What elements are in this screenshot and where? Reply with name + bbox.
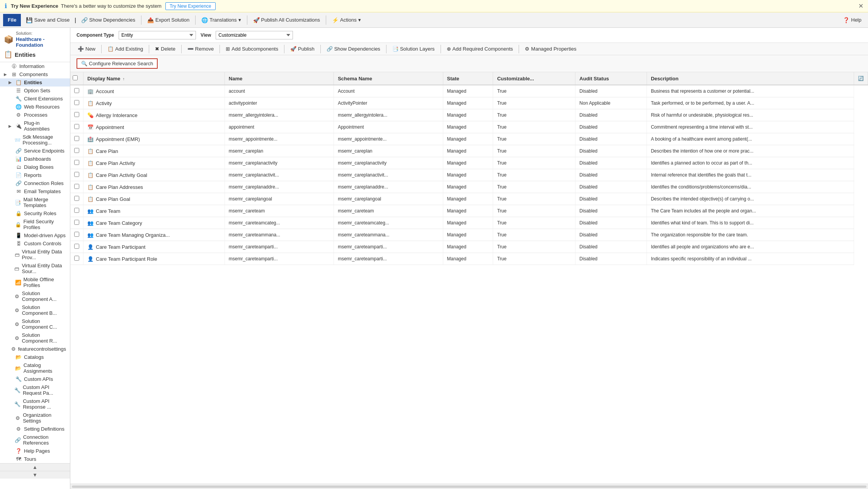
row-checkbox-11[interactable] (74, 220, 79, 225)
view-select[interactable]: Customizable (216, 31, 293, 39)
col-header-name[interactable]: Name (225, 72, 334, 85)
table-row[interactable]: 📋Care Plan Activity Goalmsemr_careplanac… (70, 169, 868, 181)
horizontal-scrollbar[interactable] (70, 484, 868, 489)
col-header-audit-status[interactable]: Audit Status (575, 72, 647, 85)
managed-properties-button[interactable]: ⚙ Managed Properties (521, 44, 580, 53)
try-new-experience-button[interactable]: Try New Experience (165, 2, 216, 10)
row-checkbox-8[interactable] (74, 184, 79, 189)
table-row[interactable]: 💊Allergy Intolerancemsemr_allergyintoler… (70, 109, 868, 121)
table-row[interactable]: 📋ActivityactivitypointerActivityPointerM… (70, 97, 868, 109)
export-solution-button[interactable]: 📤 Export Solution (144, 15, 193, 25)
sidebar-item-3[interactable]: ☰Option Sets (0, 87, 70, 95)
sidebar-expand-2[interactable]: ▶ (9, 80, 13, 85)
row-checkbox-4[interactable] (74, 136, 79, 141)
sidebar-item-28[interactable]: 📂Catalogs (0, 353, 70, 361)
sidebar-item-19[interactable]: 🎛Custom Controls (0, 239, 70, 248)
col-header-schema-name[interactable]: Schema Name (334, 72, 443, 85)
delete-button[interactable]: ✖ Delete (151, 44, 180, 53)
col-header-description[interactable]: Description (647, 72, 854, 85)
sidebar-item-29[interactable]: 📂Catalog Assignments (0, 361, 70, 375)
row-checkbox-14[interactable] (74, 256, 79, 261)
sidebar-item-32[interactable]: 🔧Custom API Response ... (0, 397, 70, 411)
col-header-customizable[interactable]: Customizable... (493, 72, 575, 85)
sidebar-item-20[interactable]: 🗃Virtual Entity Data Prov... (0, 248, 70, 261)
publish-all-button[interactable]: 🚀 Publish All Customizations (250, 15, 323, 25)
sidebar-item-16[interactable]: 🔒Security Roles (0, 209, 70, 217)
sidebar-item-17[interactable]: 🔒Field Security Profiles (0, 217, 70, 231)
sidebar-item-25[interactable]: ⚙Solution Component C... (0, 317, 70, 331)
sidebar-item-24[interactable]: ⚙Solution Component B... (0, 303, 70, 317)
row-checkbox-5[interactable] (74, 148, 79, 153)
component-type-select[interactable]: Entity (119, 31, 196, 39)
row-checkbox-13[interactable] (74, 244, 79, 249)
sidebar-item-33[interactable]: ⚙Organization Settings (0, 411, 70, 425)
col-header-refresh[interactable]: 🔄 (854, 72, 868, 85)
col-header-display-name[interactable]: Display Name ↑ (83, 72, 225, 85)
row-checkbox-1[interactable] (74, 100, 79, 105)
save-close-button[interactable]: 💾 Save and Close (22, 15, 73, 25)
sidebar-item-35[interactable]: 🔗Connection References (0, 433, 70, 447)
table-row[interactable]: 📅AppointmentappointmentAppointmentManage… (70, 121, 868, 133)
sidebar-item-6[interactable]: ⚙Processes (0, 111, 70, 119)
sidebar-item-1[interactable]: ▶⊞Components (0, 70, 70, 78)
select-all-header[interactable] (70, 72, 83, 85)
select-all-checkbox[interactable] (73, 75, 78, 80)
row-checkbox-2[interactable] (74, 112, 79, 117)
sidebar-item-11[interactable]: 🗂Dialog Boxes (0, 163, 70, 171)
sidebar-item-30[interactable]: 🔧Custom APIs (0, 375, 70, 383)
row-checkbox-3[interactable] (74, 124, 79, 129)
sidebar-item-2[interactable]: ▶📋Entities (0, 78, 70, 87)
row-checkbox-12[interactable] (74, 232, 79, 237)
sidebar-scroll-up[interactable]: ▲ (0, 463, 70, 471)
row-checkbox-9[interactable] (74, 196, 79, 201)
show-dependencies-button[interactable]: 🔗 Show Dependencies (78, 15, 139, 25)
sidebar-expand-1[interactable]: ▶ (4, 72, 9, 76)
sidebar-item-21[interactable]: 🗃Virtual Entity Data Sour... (0, 261, 70, 275)
sidebar-item-34[interactable]: ⚙Setting Definitions (0, 425, 70, 433)
sidebar-expand-7[interactable]: ▶ (9, 124, 13, 128)
sidebar-item-18[interactable]: 📱Model-driven Apps (0, 231, 70, 239)
table-row[interactable]: 👤Care Team Participantmsemr_careteampart… (70, 241, 868, 253)
table-row[interactable]: 📋Care Plan Addressesmsemr_careplanaddre.… (70, 181, 868, 193)
table-row[interactable]: 📋Care Planmsemr_careplanmsemr_careplanMa… (70, 145, 868, 157)
publish-button[interactable]: 🚀 Publish (286, 44, 319, 53)
scrollbar-track[interactable] (72, 486, 866, 488)
translations-button[interactable]: 🌐 Translations ▾ (198, 15, 244, 25)
sidebar-item-10[interactable]: 📊Dashboards (0, 155, 70, 163)
sidebar-item-4[interactable]: 🔧Client Extensions (0, 95, 70, 103)
sidebar-item-5[interactable]: 🌐Web Resources (0, 103, 70, 111)
add-required-button[interactable]: ⊕ Add Required Components (443, 44, 517, 53)
sidebar-scroll-down[interactable]: ▼ (0, 471, 70, 479)
sidebar-item-23[interactable]: ⚙Solution Component A... (0, 289, 70, 303)
table-row[interactable]: 👥Care Team Categorymsemr_careteamcateg..… (70, 217, 868, 229)
sidebar-item-12[interactable]: 📄Reports (0, 171, 70, 179)
actions-button[interactable]: ⚡ Actions ▾ (328, 15, 364, 25)
table-row[interactable]: 🏥Appointment (EMR)msemr_appointmente...m… (70, 133, 868, 145)
sidebar-item-0[interactable]: 🛈Information (0, 62, 70, 70)
sidebar-item-31[interactable]: 🔧Custom API Request Pa... (0, 383, 70, 397)
show-deps-button[interactable]: 🔗 Show Dependencies (322, 44, 385, 53)
table-row[interactable]: 👥Care Teammsemr_careteammsemr_careteamMa… (70, 205, 868, 217)
col-header-state[interactable]: State (443, 72, 493, 85)
row-checkbox-7[interactable] (74, 172, 79, 177)
table-row[interactable]: 👥Care Team Managing Organiza...msemr_car… (70, 229, 868, 241)
sidebar-item-8[interactable]: 📨Sdk Message Processing... (0, 133, 70, 147)
sidebar-item-9[interactable]: 🔗Service Endpoints (0, 147, 70, 155)
sidebar-item-13[interactable]: 🔗Connection Roles (0, 179, 70, 187)
sidebar-item-27[interactable]: ⚙featurecontrolsettings (0, 345, 70, 353)
table-row[interactable]: 🏢AccountaccountAccountManagedTrueDisable… (70, 85, 868, 97)
sidebar-item-26[interactable]: ⚙Solution Component R... (0, 331, 70, 345)
row-checkbox-6[interactable] (74, 160, 79, 165)
sidebar-item-22[interactable]: 📶Mobile Offline Profiles (0, 275, 70, 289)
sidebar-item-7[interactable]: ▶🔌Plug-in Assemblies (0, 119, 70, 133)
help-button[interactable]: ❓ Help (839, 15, 865, 25)
row-checkbox-10[interactable] (74, 208, 79, 213)
sidebar-item-14[interactable]: ✉Email Templates (0, 187, 70, 195)
sidebar-item-37[interactable]: 🗺Tours (0, 455, 70, 463)
add-existing-button[interactable]: 📋 Add Existing (103, 44, 147, 53)
sidebar-item-36[interactable]: ❓Help Pages (0, 447, 70, 455)
remove-button[interactable]: ➖ Remove (183, 44, 218, 53)
sidebar-item-15[interactable]: 📑Mail Merge Templates (0, 195, 70, 209)
banner-close-icon[interactable]: ✕ (858, 2, 863, 10)
file-button[interactable]: File (3, 14, 21, 26)
